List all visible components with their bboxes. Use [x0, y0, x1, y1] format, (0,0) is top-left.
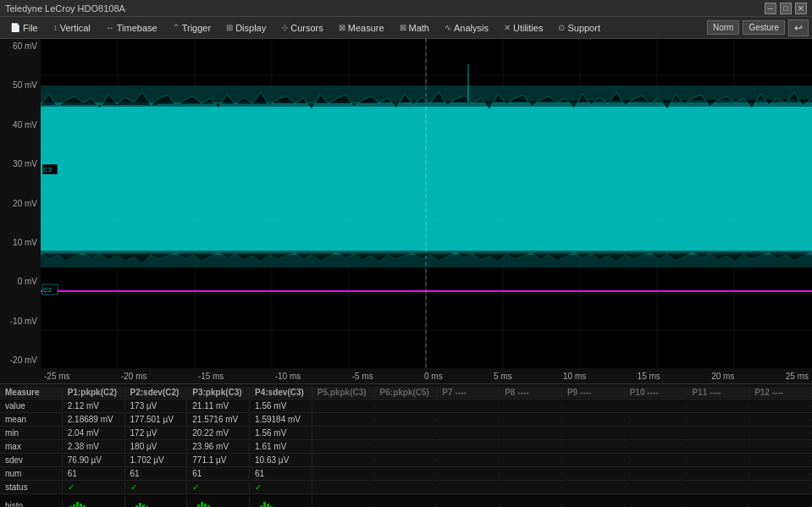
measure-p7-max: [437, 446, 500, 448]
histo-p4-svg: [255, 498, 312, 508]
norm-button[interactable]: Norm: [707, 20, 739, 35]
math-icon: ⊠: [400, 23, 406, 32]
measure-p7-mean: [437, 419, 500, 421]
measure-p8-sdev: [500, 460, 562, 461]
menu-measure[interactable]: ⊠ Measure: [332, 21, 391, 35]
measure-p11-max: [687, 446, 749, 448]
measure-min-row: min 2.04 mV 172 µV 20.22 mV 1.56 mV: [0, 427, 812, 440]
measure-p8-value: [500, 405, 562, 407]
histo-p1-svg: [68, 498, 125, 508]
menu-vertical[interactable]: ↕ Vertical: [47, 21, 97, 35]
file-icon: 📄: [10, 23, 20, 32]
menu-support[interactable]: ⊙ Support: [551, 21, 607, 35]
measure-p6-histo: [375, 505, 438, 507]
gesture-button[interactable]: Gesture: [743, 20, 785, 35]
measure-icon: ⊠: [339, 23, 345, 32]
measure-p10-min: [625, 433, 688, 434]
measure-p4-mean: 1.59184 mV: [250, 414, 312, 425]
measure-col-p1: P1:pkpk(C2): [63, 387, 125, 398]
measure-p10-value: [625, 405, 688, 407]
measure-p10-histo: [625, 505, 688, 507]
minimize-button[interactable]: ─: [765, 3, 776, 14]
measure-p11-histo: [687, 505, 749, 507]
svg-text:C3: C3: [43, 166, 52, 174]
measure-p12-histo: [749, 505, 812, 507]
y-label-50mv: 50 mV: [3, 81, 37, 90]
measure-p3-value: 21.11 mV: [187, 400, 250, 411]
maximize-button[interactable]: □: [780, 3, 792, 14]
measure-p11-status: [687, 487, 749, 488]
measure-p12-status: [749, 487, 812, 488]
measure-p11-min: [687, 433, 749, 434]
measure-col-p10: P10 ----: [625, 387, 688, 398]
measure-num-row: num 61 61 61 61: [0, 467, 812, 481]
measure-p6-mean: [375, 419, 438, 421]
x-label-neg15ms: -15 ms: [198, 372, 224, 381]
measure-col-p3: P3:pkpk(C3): [187, 387, 250, 398]
measure-sdev-row: sdev 76.90 µV 1.702 µV 771.1 µV 10.63 µV: [0, 454, 812, 467]
x-label-neg10ms: -10 ms: [275, 372, 301, 381]
y-label-neg20mv: -20 mV: [3, 356, 37, 365]
measure-label-status: status: [0, 482, 63, 493]
measure-p1-histo: [63, 497, 125, 508]
measure-p3-min: 20.22 mV: [187, 427, 250, 438]
close-button[interactable]: ✕: [795, 3, 807, 14]
measure-p1-sdev: 76.90 µV: [63, 455, 125, 466]
measure-col-p2: P2:sdev(C2): [125, 387, 188, 398]
x-axis: -25 ms -20 ms -15 ms -10 ms -5 ms 0 ms 5…: [0, 368, 812, 383]
measure-p10-sdev: [625, 460, 688, 461]
measure-p9-value: [562, 405, 625, 407]
menu-display[interactable]: ⊞ Display: [219, 21, 273, 35]
menu-trigger[interactable]: ⌃ Trigger: [166, 21, 218, 35]
utilities-icon: ✕: [504, 23, 511, 32]
measure-p9-histo: [562, 505, 625, 507]
measure-p12-mean: [749, 419, 812, 421]
menu-timebase[interactable]: ↔ Timebase: [99, 21, 164, 35]
measure-p5-num: [312, 473, 375, 475]
y-label-60mv: 60 mV: [3, 42, 37, 51]
measure-p2-histo: [125, 497, 188, 508]
measure-col-p12: P12 ----: [749, 387, 812, 398]
measure-p5-sdev: [312, 460, 375, 461]
timebase-icon: ↔: [106, 23, 114, 32]
measure-p7-sdev: [437, 460, 500, 461]
x-label-15ms: 15 ms: [638, 372, 660, 381]
cursors-icon: ⊹: [281, 23, 288, 32]
measurement-table: Measure P1:pkpk(C2) P2:sdev(C2) P3:pkpk(…: [0, 383, 812, 507]
measure-p12-value: [749, 405, 812, 407]
x-label-10ms: 10 ms: [563, 372, 586, 381]
menu-math[interactable]: ⊠ Math: [393, 21, 436, 35]
measure-p9-max: [562, 446, 625, 448]
measure-p2-status: ✓: [125, 482, 188, 493]
measure-p2-value: 173 µV: [125, 400, 188, 411]
x-axis-labels: -25 ms -20 ms -15 ms -10 ms -5 ms 0 ms 5…: [41, 372, 812, 381]
svg-rect-43: [197, 504, 200, 508]
measure-p2-max: 180 µV: [125, 441, 188, 452]
menu-utilities[interactable]: ✕ Utilities: [497, 21, 550, 35]
measure-p5-histo: [312, 505, 375, 507]
measure-status-row: status ✓ ✓ ✓ ✓: [0, 481, 812, 494]
menu-cursors[interactable]: ⊹ Cursors: [274, 21, 330, 35]
measure-p5-max: [312, 446, 375, 448]
svg-rect-45: [204, 504, 207, 508]
menu-analysis[interactable]: ∿ Analysis: [438, 21, 495, 35]
measure-p11-num: [687, 473, 749, 475]
waveform-svg: C2 C3: [41, 39, 812, 368]
measure-p3-status: ✓: [187, 482, 250, 493]
measure-p2-num: 61: [125, 468, 188, 479]
measure-p3-max: 23.96 mV: [187, 441, 250, 452]
measure-p6-max: [375, 446, 438, 448]
menu-file[interactable]: 📄 File: [3, 21, 45, 35]
measure-p10-status: [625, 487, 688, 488]
y-label-10mv: 10 mV: [3, 239, 37, 247]
undo-button[interactable]: ↩: [788, 19, 809, 36]
x-label-0ms: 0 ms: [424, 372, 443, 381]
svg-rect-53: [267, 504, 269, 508]
x-label-5ms: 5 ms: [494, 372, 512, 381]
support-icon: ⊙: [558, 23, 565, 32]
analysis-icon: ∿: [445, 23, 451, 32]
measure-p7-num: [437, 473, 500, 475]
measure-p11-sdev: [687, 460, 749, 461]
waveform-area[interactable]: C2 C3: [41, 39, 812, 368]
measure-col-p5: P5.pkpk(C3): [312, 387, 375, 398]
